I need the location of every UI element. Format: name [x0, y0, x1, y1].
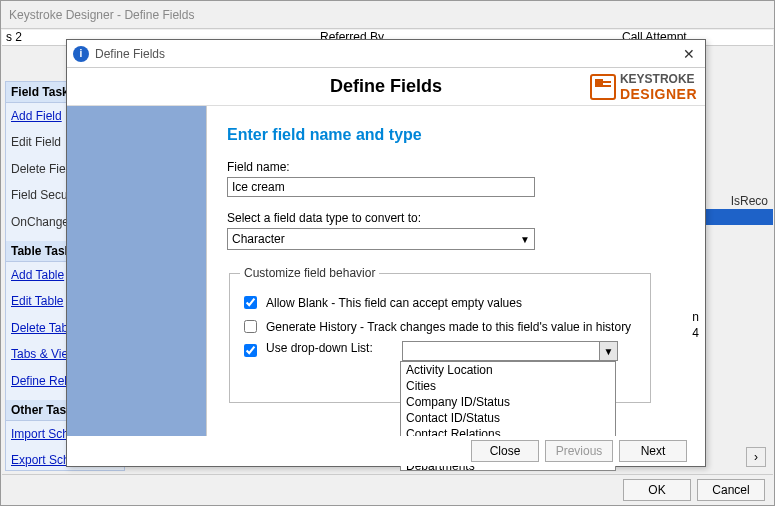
chevron-down-icon: ▼	[520, 234, 530, 245]
right-fragment-n: n	[692, 310, 699, 324]
dialog-header: Define Fields KEYSTROKE DESIGNER	[67, 68, 705, 106]
dialog-heading: Define Fields	[330, 76, 442, 97]
parent-window: Keystroke Designer - Define Fields s 2 R…	[0, 0, 775, 506]
previous-button[interactable]: Previous	[545, 440, 613, 462]
datatype-value: Character	[232, 232, 285, 246]
generate-history-label: Generate History - Track changes made to…	[266, 320, 631, 334]
dialog-close-x[interactable]: ✕	[679, 44, 699, 64]
generate-history-checkbox[interactable]	[244, 320, 257, 333]
selection-highlight	[703, 209, 773, 225]
scroll-right-button[interactable]: ›	[746, 447, 766, 467]
use-dropdown-checkbox[interactable]	[244, 344, 257, 357]
next-button[interactable]: Next	[619, 440, 687, 462]
dialog-window-title: Define Fields	[95, 47, 165, 61]
brand-small: KEYSTROKE	[620, 72, 697, 86]
behavior-legend: Customize field behavior	[240, 266, 379, 280]
field-name-label: Field name:	[227, 160, 685, 174]
ok-button[interactable]: OK	[623, 479, 691, 501]
use-dropdown-label: Use drop-down List:	[266, 341, 396, 355]
dialog-left-panel	[67, 106, 207, 436]
bg-frag-a: s 2	[6, 30, 22, 44]
dropdown-option[interactable]: Company ID/Status	[401, 394, 615, 410]
brand-icon	[590, 74, 616, 100]
column-header-isreco: IsReco	[731, 194, 768, 208]
dialog-main-panel: Enter field name and type Field name: Se…	[207, 106, 705, 436]
datatype-select[interactable]: Character ▼	[227, 228, 535, 250]
section-heading: Enter field name and type	[227, 126, 685, 144]
field-name-input[interactable]	[227, 177, 535, 197]
chevron-down-icon: ▼	[599, 342, 617, 360]
parent-bottom-bar: OK Cancel	[2, 474, 773, 504]
allow-blank-checkbox[interactable]	[244, 296, 257, 309]
dialog-footer: Close Previous Next	[67, 436, 687, 466]
dialog-icon: i	[73, 46, 89, 62]
dialog-titlebar: i Define Fields ✕	[67, 40, 705, 68]
define-fields-dialog: i Define Fields ✕ Define Fields KEYSTROK…	[66, 39, 706, 467]
dropdown-option[interactable]: Cities	[401, 378, 615, 394]
right-fragment-4: 4	[692, 326, 699, 340]
dropdown-list-select[interactable]: ▼	[402, 341, 618, 361]
brand-big: DESIGNER	[620, 86, 697, 102]
cancel-button[interactable]: Cancel	[697, 479, 765, 501]
dialog-body: Enter field name and type Field name: Se…	[67, 106, 705, 436]
behavior-fieldset: Customize field behavior Allow Blank - T…	[229, 266, 651, 403]
brand-logo: KEYSTROKE DESIGNER	[590, 72, 697, 102]
dropdown-option[interactable]: Contact ID/Status	[401, 410, 615, 426]
datatype-label: Select a field data type to convert to:	[227, 211, 685, 225]
close-button[interactable]: Close	[471, 440, 539, 462]
allow-blank-label: Allow Blank - This field can accept empt…	[266, 296, 522, 310]
dropdown-option[interactable]: Activity Location	[401, 362, 615, 378]
parent-window-title: Keystroke Designer - Define Fields	[1, 1, 774, 29]
